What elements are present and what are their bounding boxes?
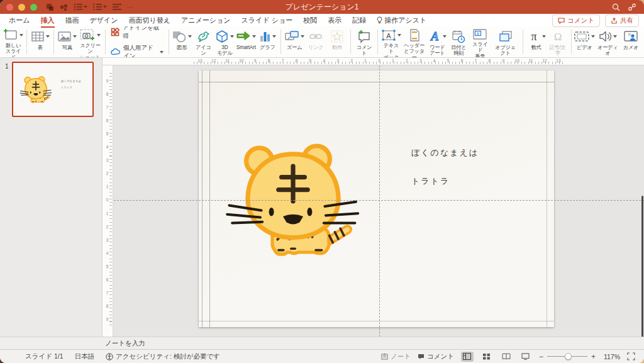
slideshow-view-button[interactable] xyxy=(519,352,532,362)
chevron-down-icon xyxy=(443,35,447,38)
tab-view[interactable]: 表示 xyxy=(328,16,341,25)
bar-chart-icon xyxy=(258,30,271,43)
new-slide-button[interactable]: 新しい スライド xyxy=(3,26,24,57)
zoom-out-button[interactable]: − xyxy=(539,354,543,360)
title-bar: ⋯ プレゼンテーション1 xyxy=(0,0,644,14)
notes-pane[interactable]: ノートを入力 xyxy=(0,337,644,349)
tab-slideshow[interactable]: スライド ショー xyxy=(242,16,293,25)
language-indicator[interactable]: 日本語 xyxy=(75,352,95,361)
horizontal-guide[interactable] xyxy=(114,200,644,201)
ruler-number: 5 xyxy=(103,131,112,136)
video-button[interactable]: ビデオ xyxy=(574,26,595,57)
main-area: 1 ぼくのなまえは トラトラ 1312111098765432101234567… xyxy=(0,58,644,337)
zoom-slider-track[interactable] xyxy=(547,356,587,357)
ruler-number: 2 xyxy=(103,171,112,176)
comment-icon xyxy=(558,18,565,24)
vertical-scrollbar[interactable] xyxy=(641,196,643,337)
quick-access-toolbar: ⋯ xyxy=(46,3,134,11)
slide-thumbnail[interactable]: ぼくのなまえは トラトラ xyxy=(12,62,94,117)
chart-button[interactable]: グラフ xyxy=(257,26,278,57)
notes-toggle[interactable]: ノート xyxy=(381,352,411,361)
minimize-window-button[interactable] xyxy=(18,4,25,11)
ruler-number: 6 xyxy=(461,59,464,63)
tab-design[interactable]: デザイン xyxy=(90,16,118,25)
smartart-button[interactable]: SmartArt xyxy=(235,26,257,57)
zoom-in-button[interactable]: + xyxy=(591,354,596,360)
tab-animations[interactable]: アニメーション xyxy=(181,16,231,25)
zoom-insert-button[interactable]: ズーム xyxy=(284,26,305,57)
tab-draw[interactable]: 描画 xyxy=(65,16,79,25)
ruler-number: 1 xyxy=(392,59,394,63)
chevron-down-icon xyxy=(252,35,256,38)
tab-tell-me[interactable]: 操作アシスト xyxy=(377,16,426,25)
share-presence-icon[interactable] xyxy=(628,3,636,11)
chevron-down-icon xyxy=(272,35,276,38)
cameo-button[interactable]: P カメオ xyxy=(620,26,641,57)
equation-button[interactable]: π 数式 xyxy=(526,26,547,57)
normal-view-button[interactable] xyxy=(461,352,474,362)
svg-text:#: # xyxy=(477,31,479,36)
slide-editing-surface[interactable]: ぼくのなまえは トラトラ xyxy=(199,70,554,327)
object-button[interactable]: オブジェクト xyxy=(491,26,519,57)
bullet-list-button[interactable] xyxy=(74,3,87,11)
ruler-number: 6 xyxy=(296,59,298,63)
zoom-window-button[interactable] xyxy=(30,4,37,11)
accessibility-status[interactable]: アクセシビリティ: 検討が必要です xyxy=(106,352,220,361)
traffic-lights xyxy=(6,4,37,11)
shapes-button[interactable]: 図形 xyxy=(171,26,192,57)
more-commands-icon[interactable]: ⋯ xyxy=(127,4,134,10)
share-button[interactable]: 共有 xyxy=(605,14,639,27)
tab-record[interactable]: 記録 xyxy=(352,16,366,25)
search-icon[interactable] xyxy=(612,3,620,11)
comments-button[interactable]: コメント xyxy=(552,14,600,27)
numbered-list-button[interactable] xyxy=(93,3,107,11)
fit-slide-to-window-button[interactable] xyxy=(627,352,635,360)
table-button[interactable]: 表 xyxy=(30,26,51,57)
slide-sorter-view-button[interactable] xyxy=(480,352,493,362)
comments-toggle[interactable]: コメント xyxy=(418,352,454,361)
tab-transitions[interactable]: 画面切り替え xyxy=(129,16,171,25)
vertical-guide[interactable] xyxy=(379,65,380,337)
slide-text-block[interactable]: ぼくのなまえは トラトラ xyxy=(411,147,479,187)
date-time-button[interactable]: 日付と 時刻 xyxy=(448,26,469,57)
tab-tell-me-label: 操作アシスト xyxy=(384,16,426,25)
slide-number-button[interactable]: # スライド 番号 xyxy=(469,26,491,57)
ribbon: 新しい スライド 表 写真 スクリーン ショット アドインを取得 個人用アドイン xyxy=(0,26,644,58)
audio-button[interactable]: オーディオ xyxy=(595,26,620,57)
slide-text-line1: ぼくのなまえは xyxy=(411,147,479,159)
equation-pi-icon: π xyxy=(527,30,541,43)
screenshot-button[interactable]: スクリーン ショット xyxy=(78,26,103,57)
arrange-shapes-icon[interactable] xyxy=(60,3,68,11)
get-addins-button[interactable]: アドインを取得 xyxy=(111,26,164,40)
link-button: リンク xyxy=(305,26,326,57)
textbox-button[interactable]: A テキスト ボックス xyxy=(380,26,402,57)
close-window-button[interactable] xyxy=(6,4,13,11)
icons-button[interactable]: アイコン xyxy=(192,26,214,57)
tab-insert[interactable]: 挿入 xyxy=(41,16,55,25)
tab-review[interactable]: 校閲 xyxy=(303,16,317,25)
header-footer-button[interactable]: ヘッダー とフッター xyxy=(402,26,427,57)
editor-column: 13121110987654321012345678910111213 9876… xyxy=(103,58,644,337)
symbol-omega-icon: Ω xyxy=(551,30,565,43)
textbox-icon: A xyxy=(381,28,396,42)
ruler-number: 3 xyxy=(103,237,112,242)
svg-text:π: π xyxy=(531,30,536,43)
ruler-number: 3 xyxy=(419,59,422,63)
ruler-number: 11 xyxy=(225,59,230,63)
reading-view-button[interactable] xyxy=(500,352,513,362)
ruler-number: 1 xyxy=(103,184,112,189)
slide-canvas[interactable]: 9876543210123456789 ぼくのなまえは トラトラ xyxy=(103,65,644,337)
merge-shapes-icon[interactable] xyxy=(46,3,54,11)
ruler-number: 8 xyxy=(489,59,491,63)
3d-models-button[interactable]: 3D モデル xyxy=(214,26,235,57)
tab-home[interactable]: ホーム xyxy=(9,16,30,25)
zoom-percentage[interactable]: 117% xyxy=(602,353,620,360)
new-comment-button[interactable]: コメント xyxy=(353,26,375,57)
ruler-number: 2 xyxy=(103,224,112,228)
zoom-slider-knob[interactable] xyxy=(565,353,572,360)
ruler-number: 5 xyxy=(103,264,112,268)
wordart-button[interactable]: A ワード アート xyxy=(426,26,448,57)
my-addins-button[interactable]: 個人用アドイン xyxy=(111,44,164,59)
list-indent-icon[interactable] xyxy=(113,3,121,11)
photo-button[interactable]: 写真 xyxy=(57,26,78,57)
